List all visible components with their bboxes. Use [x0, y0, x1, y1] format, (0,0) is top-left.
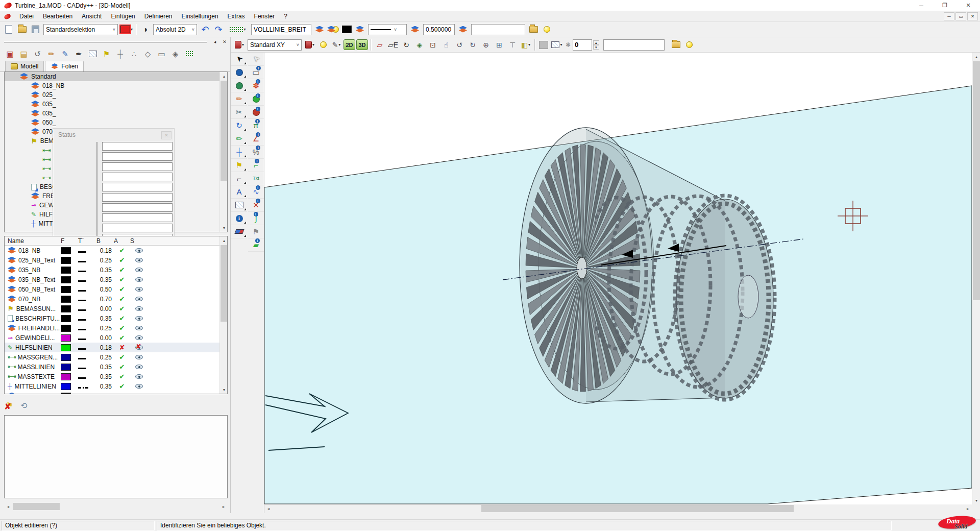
- panel-construction-button[interactable]: ∴: [127, 47, 141, 60]
- layer-color-swatch[interactable]: [61, 325, 71, 332]
- table-row-gewindeli[interactable]: ⊸GEWINDELI...0.00✔: [5, 333, 227, 343]
- check-icon[interactable]: ✔: [119, 353, 125, 361]
- step-shape-button[interactable]: ⌐: [248, 159, 264, 172]
- view-3d-button[interactable]: 3D: [356, 39, 368, 50]
- table-row-018nb[interactable]: 018_NB0.18✔: [5, 246, 227, 255]
- workplane-dropdown[interactable]: Standard XY˅: [248, 39, 302, 51]
- layer-color-swatch[interactable]: [61, 383, 71, 390]
- column-header-s[interactable]: S: [130, 237, 148, 245]
- spinner-up-icon[interactable]: ▴: [593, 40, 599, 45]
- layer-color-swatch[interactable]: [61, 393, 71, 395]
- table-row-hilfslinien[interactable]: ✎HILFSLINIEN0.18✘✘: [5, 343, 227, 352]
- hatch-pattern-button[interactable]: ▾: [551, 39, 563, 51]
- intersect-button[interactable]: ✕: [248, 199, 264, 212]
- check-icon[interactable]: ✔: [119, 382, 125, 390]
- panel-dimension-flag-button[interactable]: ⚑: [100, 47, 113, 60]
- check-icon[interactable]: ✔: [119, 363, 125, 371]
- clear-filter-button[interactable]: ⚑ ✘: [4, 401, 15, 411]
- table-row-050nbtext[interactable]: 050_NB_Text0.50✔: [5, 284, 227, 294]
- linetype-name-input[interactable]: [251, 24, 311, 35]
- menu-ansicht[interactable]: Ansicht: [77, 12, 106, 21]
- panel-folder-move-button[interactable]: ▤: [17, 47, 31, 60]
- status-field-7[interactable]: [102, 203, 173, 212]
- check-icon[interactable]: ✔: [119, 266, 125, 274]
- eye-icon[interactable]: [135, 268, 143, 272]
- check-icon[interactable]: ✔: [119, 295, 125, 303]
- check-icon[interactable]: ✔: [119, 324, 125, 332]
- eye-icon[interactable]: [135, 297, 143, 301]
- layer-color-swatch[interactable]: [61, 334, 71, 342]
- text-area-button[interactable]: Txt: [248, 172, 264, 185]
- drawing-canvas[interactable]: [264, 53, 972, 504]
- tree-item-050[interactable]: 050_: [5, 118, 227, 127]
- zoom-page-button[interactable]: ⊞: [493, 39, 505, 51]
- eye-icon[interactable]: [135, 316, 143, 321]
- panel-grid-button[interactable]: [182, 47, 196, 60]
- tree-item-035[interactable]: 035_: [5, 109, 227, 118]
- flag-gray-button[interactable]: ⚑: [248, 225, 264, 238]
- status-field-6[interactable]: [102, 193, 173, 202]
- contrast-button[interactable]: ◑: [139, 23, 151, 36]
- check-icon[interactable]: ✔: [119, 373, 125, 380]
- dimension-flag-tool-button[interactable]: ⚑: [231, 159, 247, 172]
- scroll-left-icon[interactable]: ◂: [264, 504, 273, 513]
- tools-button[interactable]: ✂: [231, 106, 247, 119]
- mdi-close-button[interactable]: ✕: [967, 12, 978, 20]
- volume-pi-button[interactable]: π: [248, 119, 264, 132]
- scroll-left-icon[interactable]: ◂: [4, 502, 12, 511]
- tab-modell[interactable]: Modell: [5, 61, 44, 71]
- canvas-hscrollbar[interactable]: ◂ ▸: [264, 504, 972, 513]
- active-color-button[interactable]: ▾: [120, 23, 133, 36]
- panel-hscrollbar[interactable]: ◂ ▸: [4, 502, 228, 511]
- panel-scroll-thumb[interactable]: [13, 503, 60, 510]
- status-field-1[interactable]: [102, 142, 173, 151]
- library-button[interactable]: [527, 23, 540, 36]
- align-tsquare-button[interactable]: ⊤: [506, 39, 519, 51]
- linestyle-dropdown[interactable]: ˅: [368, 24, 407, 35]
- eye-icon[interactable]: [135, 258, 143, 262]
- panel-ink-pencil-button[interactable]: ✒: [72, 47, 86, 60]
- eye-icon[interactable]: [135, 365, 143, 369]
- panel-cube-button[interactable]: ◇: [141, 47, 155, 60]
- menu-datei[interactable]: Datei: [15, 12, 38, 21]
- table-row-mittellinien[interactable]: ┼MITTELLINIEN0.35✔: [5, 381, 227, 391]
- table-row-035nb[interactable]: 035_NB0.35✔: [5, 265, 227, 275]
- menu-definieren[interactable]: Definieren: [140, 12, 177, 21]
- scroll-up-icon[interactable]: ▴: [972, 53, 980, 61]
- coordinate-mode-dropdown[interactable]: Absolut 2D˅: [153, 24, 197, 35]
- column-header-f[interactable]: F: [60, 237, 78, 245]
- plane-e-button[interactable]: ▱E: [387, 39, 399, 51]
- scroll-right-icon[interactable]: ▸: [964, 504, 972, 513]
- workplane-book-button[interactable]: ▾: [304, 39, 316, 51]
- table-row-masstexte[interactable]: ⇤⇥MASSTEXTE0.35✔: [5, 372, 227, 381]
- info-button[interactable]: i: [231, 212, 247, 225]
- angle-measure-button[interactable]: ∠: [248, 132, 264, 146]
- status-field-8[interactable]: [102, 213, 173, 222]
- column-header-a[interactable]: A: [114, 237, 130, 245]
- linetype-layer-button[interactable]: [313, 23, 326, 36]
- eye-icon[interactable]: [135, 277, 143, 282]
- eye-icon[interactable]: [135, 248, 143, 253]
- check-icon[interactable]: ✔: [119, 247, 125, 254]
- eye-icon[interactable]: [135, 326, 143, 330]
- layer-light-button[interactable]: [327, 23, 339, 36]
- selection-mode-dropdown[interactable]: Standardselektion˅: [43, 24, 118, 35]
- table-row-bemassun[interactable]: ⚑BEMASSUN...0.00✔: [5, 304, 227, 313]
- table-row-masslinien[interactable]: ⇤⇥MASSLINIEN0.35✔: [5, 362, 227, 372]
- canvas-hscroll-thumb[interactable]: [481, 505, 794, 512]
- status-field-5[interactable]: [102, 183, 173, 191]
- menu-?[interactable]: ?: [279, 12, 292, 21]
- spinner-input[interactable]: [573, 39, 592, 51]
- menu-einfgen[interactable]: Einfügen: [106, 12, 139, 21]
- curve-button[interactable]: ∿: [248, 185, 264, 199]
- panel-centerline-button[interactable]: ┼: [113, 47, 127, 60]
- redo-button[interactable]: ↷: [212, 23, 225, 36]
- dimension-frame-button[interactable]: ⌐: [231, 172, 247, 185]
- layer-color-swatch[interactable]: [61, 286, 71, 293]
- panel-close-button[interactable]: ✕: [220, 38, 229, 45]
- render-box-button[interactable]: ◧▾: [520, 39, 532, 51]
- eye-icon[interactable]: [135, 306, 143, 311]
- cross-icon[interactable]: ✘: [119, 344, 125, 351]
- check-icon[interactable]: ✔: [119, 305, 125, 312]
- grid-step-spinner[interactable]: ▴▾: [573, 39, 599, 51]
